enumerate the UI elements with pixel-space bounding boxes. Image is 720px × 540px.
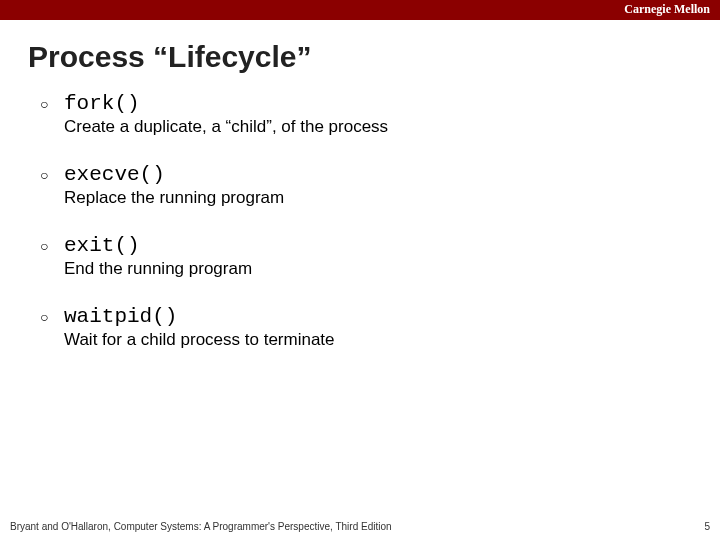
function-name: execve() — [64, 163, 165, 186]
list-item: ○ execve() Replace the running program — [40, 163, 720, 208]
page-number: 5 — [704, 521, 710, 532]
bullet-icon: ○ — [40, 93, 64, 115]
function-name: waitpid() — [64, 305, 177, 328]
function-desc: Replace the running program — [64, 188, 720, 208]
slide-title: Process “Lifecycle” — [28, 40, 720, 74]
bullet-icon: ○ — [40, 164, 64, 186]
list-item: ○ fork() Create a duplicate, a “child”, … — [40, 92, 720, 137]
item-list: ○ fork() Create a duplicate, a “child”, … — [40, 92, 720, 350]
footer-credit: Bryant and O'Hallaron, Computer Systems:… — [10, 521, 392, 532]
bullet-icon: ○ — [40, 306, 64, 328]
function-name: fork() — [64, 92, 140, 115]
top-bar: Carnegie Mellon — [0, 0, 720, 20]
function-desc: End the running program — [64, 259, 720, 279]
brand: Carnegie Mellon — [624, 2, 710, 17]
bullet-icon: ○ — [40, 235, 64, 257]
list-item: ○ waitpid() Wait for a child process to … — [40, 305, 720, 350]
footer: Bryant and O'Hallaron, Computer Systems:… — [10, 521, 710, 532]
function-desc: Create a duplicate, a “child”, of the pr… — [64, 117, 720, 137]
list-item: ○ exit() End the running program — [40, 234, 720, 279]
function-name: exit() — [64, 234, 140, 257]
function-desc: Wait for a child process to terminate — [64, 330, 720, 350]
